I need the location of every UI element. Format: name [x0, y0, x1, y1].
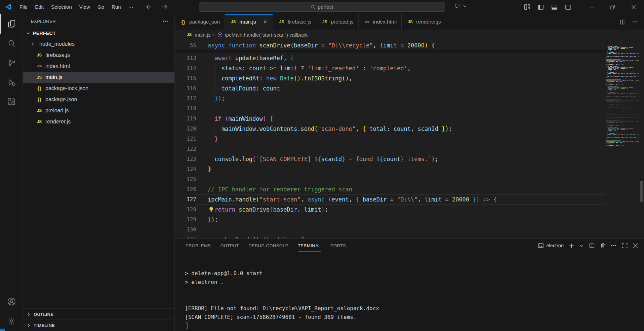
activity-search[interactable] [0, 34, 23, 53]
code-line-113[interactable]: 113await update(baseRef, { [175, 53, 606, 63]
toggle-secondary-sidebar-icon[interactable] [565, 4, 572, 11]
activity-source-control[interactable] [0, 53, 23, 73]
code-line-116[interactable]: 116totalFound: count [175, 83, 606, 94]
menu-go[interactable]: Go [94, 2, 108, 12]
remote-status-sliver[interactable] [0, 329, 5, 331]
file-item-firebase.js[interactable]: JSfirebase.js [23, 49, 174, 61]
tab-package.json[interactable]: {}package.json [175, 14, 225, 30]
copilot-menu[interactable] [454, 2, 467, 9]
outline-section[interactable]: OUTLINE [23, 308, 174, 320]
file-item-package.json[interactable]: {}package.json [23, 94, 174, 105]
menu-bar: FileEditSelectionViewGoRun [16, 2, 125, 12]
file-item-renderer.js[interactable]: JSrenderer.js [23, 116, 174, 127]
file-item-index.html[interactable]: <>index.html [23, 61, 174, 72]
editor-more-actions-icon[interactable] [632, 19, 638, 25]
close-tab-icon[interactable]: × [262, 19, 268, 25]
code-line-114[interactable]: 114status: count >= limit ? 'limit_reach… [175, 63, 606, 73]
file-item-package-lock.json[interactable]: {}package-lock.json [23, 83, 174, 94]
maximize-panel-icon[interactable] [622, 243, 628, 249]
menu-overflow[interactable]: ··· [125, 2, 137, 12]
toggle-primary-sidebar-icon[interactable] [537, 4, 544, 11]
code-line-130[interactable]: 130 [175, 225, 606, 235]
activity-explorer[interactable] [0, 14, 23, 34]
kill-terminal-trash-icon[interactable] [600, 243, 606, 249]
tab-firebase.js[interactable]: JSfirebase.js [273, 14, 317, 30]
timeline-section[interactable]: TIMELINE [23, 320, 174, 331]
project-root-perfect[interactable]: PERFECT [23, 28, 174, 38]
panel-tab-terminal[interactable]: TERMINAL [298, 240, 321, 252]
code-line-129[interactable]: 129}); [175, 215, 606, 225]
code-line-117[interactable]: 117}); [175, 94, 606, 104]
restore-button[interactable] [602, 0, 623, 14]
code-line-122[interactable]: 122 [175, 144, 606, 154]
code-line-124[interactable]: 124} [175, 164, 606, 174]
tab-label: main.js [239, 19, 256, 25]
minimap[interactable] [606, 45, 639, 146]
panel-tab-ports[interactable]: PORTS [330, 240, 346, 252]
command-center-search[interactable]: perfect [199, 2, 445, 12]
tab-index.html[interactable]: <>index.html [359, 14, 402, 30]
code-line-127[interactable]: 127ipcMain.handle("start-scan", async (e… [175, 194, 606, 205]
activity-settings[interactable] [0, 311, 23, 331]
explorer-sidebar: EXPLORER PERFECT node_modulesJSfirebase.… [23, 14, 175, 331]
code-line-119[interactable]: 119if (mainWindow) { [175, 114, 606, 124]
panel-tab-problems[interactable]: PROBLEMS [186, 240, 211, 252]
menu-file[interactable]: File [16, 2, 31, 12]
code-line-118[interactable]: 118 [175, 104, 606, 114]
menu-view[interactable]: View [76, 2, 94, 12]
tab-label: package.json [189, 19, 220, 25]
panel-tab-output[interactable]: OUTPUT [220, 240, 239, 252]
menu-selection[interactable]: Selection [47, 2, 76, 12]
code-editor[interactable]: 55async function scanDrive(baseDir = "D:… [175, 40, 644, 238]
split-editor-icon[interactable] [619, 19, 626, 25]
menu-edit[interactable]: Edit [31, 2, 47, 12]
toggle-panel-icon[interactable] [551, 4, 558, 11]
panel-tab-debug-console[interactable]: DEBUG CONSOLE [248, 240, 288, 252]
activity-extensions[interactable] [0, 92, 23, 112]
activity-run-debug[interactable] [0, 73, 23, 92]
accounts-icon [7, 297, 16, 306]
code-line-120[interactable]: 120mainWindow.webContents.send("scan-don… [175, 124, 606, 134]
tab-main.js[interactable]: JSmain.js× [225, 14, 273, 30]
explorer-more-actions-icon[interactable] [162, 18, 168, 24]
code-line-55[interactable]: 55async function scanDrive(baseDir = "D:… [175, 40, 606, 50]
scrollbar-thumb[interactable] [640, 181, 643, 202]
terminal-cursor [185, 323, 188, 329]
file-item-preload.js[interactable]: JSpreload.js [23, 105, 174, 116]
activity-accounts[interactable] [0, 292, 23, 311]
terminal-shell-chip[interactable]: electron [538, 243, 564, 249]
tab-renderer.js[interactable]: JSrenderer.js [402, 14, 446, 30]
close-panel-icon[interactable] [633, 243, 638, 248]
split-terminal-icon[interactable] [589, 243, 595, 249]
menu-run[interactable]: Run [108, 2, 125, 12]
code-line-125[interactable]: 125 [175, 174, 606, 184]
file-item-main.js[interactable]: JSmain.js [23, 72, 174, 83]
close-window-button[interactable] [623, 0, 644, 14]
file-item-node_modules[interactable]: node_modules [23, 38, 174, 49]
code-line-115[interactable]: 115completedAt: new Date().toISOString()… [175, 73, 606, 83]
terminal-dropdown-chevron-icon[interactable] [579, 244, 584, 248]
file-label: package.json [45, 97, 77, 103]
sticky-scroll-line[interactable]: 55async function scanDrive(baseDir = "D:… [175, 40, 606, 50]
forward-arrow-icon[interactable] [159, 3, 169, 11]
back-arrow-icon[interactable] [144, 3, 154, 11]
tab-preload.js[interactable]: JSpreload.js [316, 14, 358, 30]
code-line-131[interactable]: 131app.whenReady().then(() => { [175, 235, 606, 238]
line-number: 114 [175, 63, 196, 73]
minimize-button[interactable] [581, 0, 602, 14]
code-line-126[interactable]: 126// IPC handler for renderer-triggered… [175, 184, 606, 194]
extensions-icon [7, 98, 16, 106]
customize-layout-icon[interactable] [524, 4, 530, 10]
terminal-output[interactable]: > delete-app@1.0.0 start> electron .[ERR… [175, 252, 644, 330]
new-terminal-icon[interactable] [569, 243, 574, 249]
lightbulb-icon[interactable] [208, 206, 214, 213]
code-line-128[interactable]: 128return scanDrive(baseDir, limit); [175, 205, 606, 215]
code-line-123[interactable]: 123console.log(`[SCAN COMPLETE] ${scanId… [175, 154, 606, 164]
breadcrumb-file[interactable]: main.js [195, 32, 211, 38]
panel-more-actions-icon[interactable] [611, 243, 617, 249]
breadcrumb-symbol[interactable]: ipcMain.handle("start-scan") callback [225, 32, 308, 38]
editor-scrollbar[interactable] [639, 40, 644, 238]
file-label: index.html [45, 63, 70, 69]
code-line-121[interactable]: 121} [175, 134, 606, 144]
terminal-line: [SCAN COMPLETE] scan-1758628749681 - fou… [185, 313, 644, 322]
